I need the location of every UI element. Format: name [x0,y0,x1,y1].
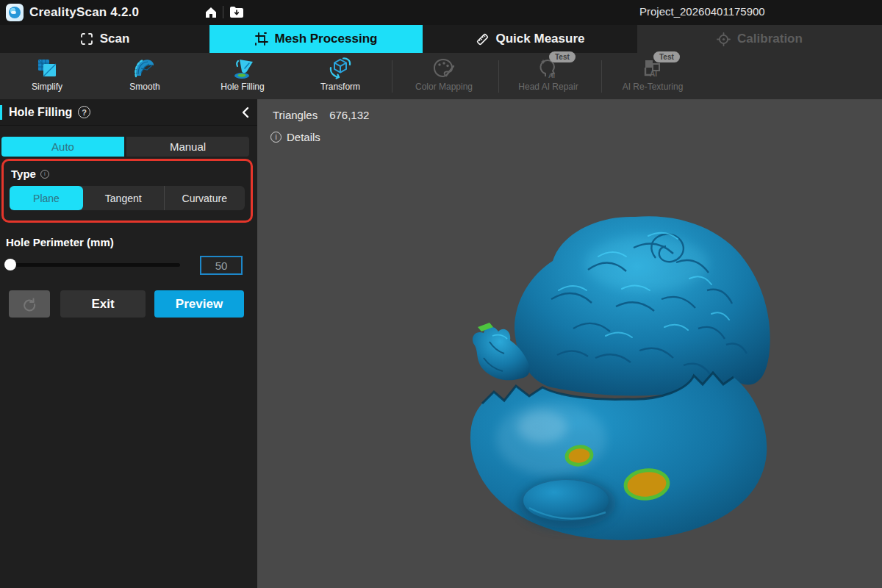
test-badge: Test [549,51,576,62]
smooth-label: Smooth [129,82,159,92]
type-segmented-control: Plane Tangent Curvature [10,186,245,210]
svg-text:AI: AI [548,72,555,79]
details-info-icon: i [270,132,282,143]
type-info-icon[interactable]: i [40,170,49,179]
tab-scan[interactable]: Scan [0,25,209,53]
color-mapping-icon [431,56,456,81]
color-mapping-label: Color Mapping [415,82,473,92]
hole-filling-label: Hole Filling [220,82,264,92]
hole-patch-small [565,445,592,466]
ai-retexturing-icon: AI Test [640,56,665,81]
toolbar-smooth[interactable]: Smooth [93,56,196,97]
redo-icon [21,296,37,312]
calibration-target-icon [717,32,731,46]
details-toggle[interactable]: i Details [270,131,320,143]
app-title: CrealityScan 4.2.0 [29,5,139,20]
tab-mesh-processing[interactable]: Mesh Processing [209,25,423,53]
triangles-stat: Triangles 676,132 [273,109,369,121]
tab-measure-label: Quick Measure [496,32,585,46]
svg-text:AI: AI [650,70,657,78]
transform-icon [328,56,353,81]
mesh-toolbar: Simplify Smooth Hole Filling Transform [0,53,882,99]
mode-auto-button[interactable]: Auto [1,137,124,157]
toolbar-transform[interactable]: Transform [289,56,392,97]
type-section-annotation: Type i Plane Tangent Curvature [1,159,253,223]
type-row: Type i [11,168,251,180]
hole-filling-icon [229,56,256,81]
panel-header: Hole Filling ? [0,99,257,126]
panel-title: Hole Filling [9,106,72,119]
hole-filling-panel: Hole Filling ? Auto Manual Type i Plane … [0,99,257,588]
scan-icon [80,32,93,46]
simplify-icon [35,56,59,81]
smooth-icon [132,56,157,81]
topbar-divider [223,6,223,18]
model-3d[interactable] [441,211,786,549]
mode-manual-button[interactable]: Manual [126,137,249,157]
import-folder-icon[interactable] [229,4,245,21]
perimeter-value-input[interactable] [200,256,243,275]
collapse-panel-icon[interactable] [238,106,251,119]
perimeter-slider-thumb[interactable] [4,259,16,270]
crealityscan-window: CrealityScan 4.2.0 Project_2026040117590… [0,0,882,588]
details-label: Details [287,131,320,143]
accent-bar [0,105,2,120]
ruler-icon [476,32,490,46]
topbar: CrealityScan 4.2.0 Project_2026040117590… [0,0,882,25]
app-logo-icon [6,4,24,21]
model-viewport[interactable]: Triangles 676,132 i Details [257,99,882,588]
tab-calibration-label: Calibration [737,32,803,46]
toolbar-color-mapping: Color Mapping [392,56,495,97]
head-ai-repair-label: Head AI Repair [518,82,578,92]
simplify-label: Simplify [32,82,62,92]
model-shell-dent [519,478,616,528]
model-body [514,216,770,396]
toolbar-simplify[interactable]: Simplify [0,56,98,97]
ai-retexturing-label: AI Re-Texturing [623,82,684,92]
head-ai-repair-icon: AI Test [536,56,561,81]
help-icon[interactable]: ? [78,106,90,118]
triangles-label: Triangles [273,109,318,121]
toolbar-head-ai-repair: AI Test Head AI Repair [497,56,600,97]
triangles-value: 676,132 [329,109,369,121]
perimeter-slider[interactable] [6,263,180,267]
redo-button[interactable] [9,290,50,318]
type-label: Type [11,168,36,180]
model-eggshell [470,373,767,540]
home-icon[interactable] [203,4,219,21]
mode-toggle: Auto Manual [1,137,249,157]
perimeter-label: Hole Perimeter (mm) [6,236,114,248]
panel-actions: Exit Preview [0,290,257,318]
tab-calibration[interactable]: Calibration [637,25,882,53]
tab-quick-measure[interactable]: Quick Measure [423,25,637,53]
transform-label: Transform [320,82,360,92]
toolbar-ai-retexturing: AI Test AI Re-Texturing [601,56,704,97]
test-badge: Test [653,51,680,62]
tab-scan-label: Scan [100,32,130,46]
tab-mesh-label: Mesh Processing [275,32,378,46]
toolbar-hole-filling[interactable]: Hole Filling [191,56,294,97]
type-tangent-button[interactable]: Tangent [83,186,164,210]
project-name: Project_20260401175900 [639,5,765,18]
type-curvature-button[interactable]: Curvature [164,186,245,210]
main-tabs: Scan Mesh Processing Quick Measure Calib… [0,25,882,53]
type-plane-button[interactable]: Plane [10,186,83,210]
crop-icon [255,32,268,46]
preview-button[interactable]: Preview [154,290,244,318]
exit-button[interactable]: Exit [60,290,146,318]
